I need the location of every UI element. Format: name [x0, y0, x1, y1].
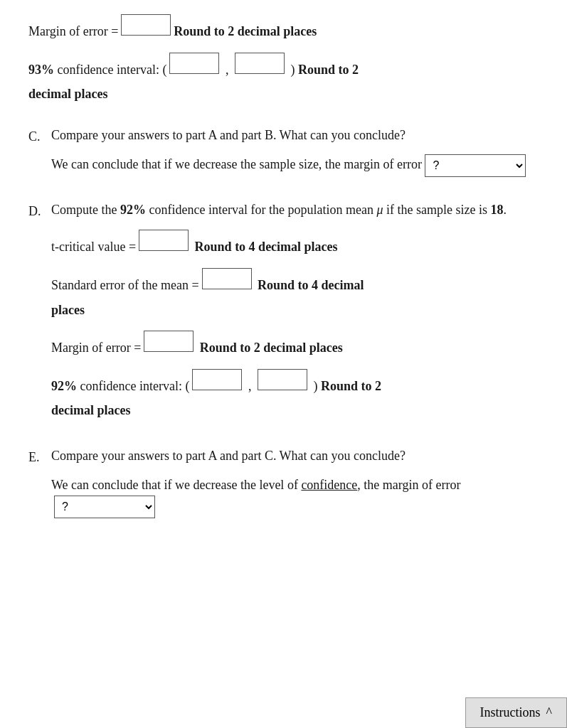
- se-round2: places: [51, 299, 85, 321]
- tcritical-label: t-critical value =: [51, 236, 136, 258]
- d-ci-lower-input[interactable]: [192, 369, 242, 390]
- section-d-letter: D.: [28, 204, 41, 218]
- instructions-button[interactable]: Instructions ^: [465, 697, 567, 728]
- d-ci-label: 92% confidence interval: (: [51, 375, 189, 397]
- d-ci-percent: 92%: [51, 379, 77, 393]
- section-d-n: 18: [490, 203, 503, 217]
- margin-of-error-label: Margin of error =: [28, 21, 118, 43]
- section-d-period: .: [503, 203, 507, 217]
- d-ci-upper-input[interactable]: [258, 369, 307, 390]
- tcritical-input[interactable]: [139, 230, 189, 251]
- section-e-text1: Compare your answers to part A and part …: [51, 446, 539, 466]
- se-label: Standard error of the mean =: [51, 274, 199, 296]
- d-margin-input[interactable]: [144, 331, 194, 352]
- d-ci-round: Round to 2: [321, 375, 381, 397]
- section-d-text-prefix: Compute the: [51, 203, 120, 217]
- section-c-dropdown[interactable]: ? increases decreases stays the same: [425, 154, 526, 177]
- ci-upper-input[interactable]: [235, 53, 285, 74]
- d-ci-comma: ,: [245, 375, 255, 397]
- section-c-letter: C.: [28, 129, 41, 144]
- ci-close-paren: ): [287, 59, 298, 81]
- section-d-text-end: if the sample size is: [383, 203, 490, 217]
- ci-comma: ,: [222, 59, 232, 81]
- d-margin-label: Margin of error =: [51, 337, 141, 359]
- se-input[interactable]: [202, 268, 252, 289]
- section-e-dropdown[interactable]: ? increases decreases stays the same: [54, 496, 155, 518]
- section-c-text2: We can conclude that if we decrease the …: [51, 157, 422, 171]
- section-e-letter: E.: [28, 450, 40, 464]
- chevron-up-icon: ^: [546, 705, 552, 720]
- ci-round-label: Round to 2: [298, 59, 359, 81]
- confidence-93-percent: 93%: [28, 63, 54, 77]
- ci-round-label2: decimal places: [28, 83, 107, 105]
- d-ci-text: confidence interval: (: [80, 379, 190, 393]
- section-d-text-mid: confidence interval for the population m…: [146, 203, 376, 217]
- tcritical-round: Round to 4 decimal places: [191, 236, 338, 258]
- se-round: Round to 4 decimal: [255, 274, 364, 296]
- d-margin-round: Round to 2 decimal places: [196, 337, 343, 359]
- d-ci-close: ): [310, 375, 321, 397]
- confidence-interval-text: confidence interval: (: [58, 63, 167, 77]
- instructions-label: Instructions: [480, 705, 541, 720]
- margin-of-error-round: Round to 2 decimal places: [174, 21, 317, 43]
- margin-of-error-input[interactable]: [121, 14, 171, 36]
- confidence-93-label: 93% confidence interval: (: [28, 59, 166, 81]
- ci-lower-input[interactable]: [169, 53, 219, 74]
- d-ci-round2: decimal places: [51, 400, 130, 422]
- section-e-text2: We can conclude that if we decrease the …: [51, 478, 460, 492]
- section-d-percent: 92%: [120, 203, 146, 217]
- section-c-text1: Compare your answers to part A and part …: [51, 125, 539, 146]
